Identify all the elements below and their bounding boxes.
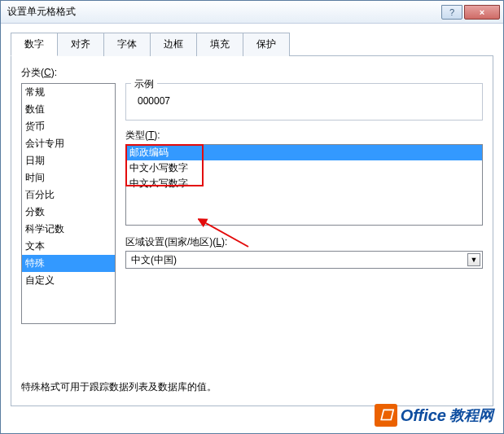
locale-label-suffix: ): — [221, 236, 227, 248]
description-text: 特殊格式可用于跟踪数据列表及数据库的值。 — [21, 380, 217, 394]
list-item[interactable]: 数值 — [22, 101, 115, 118]
watermark-brand: Office — [401, 406, 446, 425]
chevron-down-icon[interactable]: ▼ — [467, 253, 480, 266]
tab-font[interactable]: 字体 — [103, 33, 151, 56]
window-controls: ? × — [441, 5, 500, 20]
list-item[interactable]: 常规 — [22, 84, 115, 101]
content-row: 常规 数值 货币 会计专用 日期 时间 百分比 分数 科学记数 文本 特殊 自定… — [21, 83, 483, 324]
sample-group: 示例 000007 — [125, 83, 483, 121]
locale-label: 区域设置(国家/地区)(L): — [125, 235, 483, 249]
list-item[interactable]: 科学记数 — [22, 221, 115, 238]
locale-label-prefix: 区域设置(国家/地区)( — [125, 236, 216, 248]
type-label-suffix: ): — [154, 129, 160, 141]
tab-panel: 分类(C): 常规 数值 货币 会计专用 日期 时间 百分比 分数 科学记数 文… — [11, 56, 493, 406]
category-label-key: C — [44, 67, 51, 78]
help-button[interactable]: ? — [441, 5, 462, 20]
list-item-selected[interactable]: 特殊 — [22, 255, 115, 272]
category-label-suffix: ): — [51, 67, 57, 78]
client-area: 数字 对齐 字体 边框 填充 保护 分类(C): 常规 数值 货币 会计专用 日… — [1, 24, 503, 433]
type-item-selected[interactable]: 邮政编码 — [126, 145, 482, 160]
list-item[interactable]: 百分比 — [22, 186, 115, 204]
locale-value: 中文(中国) — [131, 253, 177, 267]
tab-alignment[interactable]: 对齐 — [57, 33, 104, 56]
tab-fill[interactable]: 填充 — [196, 33, 243, 56]
list-item[interactable]: 分数 — [22, 204, 115, 221]
type-label: 类型(T): — [125, 129, 483, 142]
tab-protection[interactable]: 保护 — [243, 33, 290, 56]
type-label-prefix: 类型( — [125, 129, 148, 141]
window-title: 设置单元格格式 — [7, 5, 441, 19]
watermark: ☐ Office教程网 — [375, 404, 493, 427]
list-item[interactable]: 会计专用 — [22, 135, 115, 152]
dialog-window: 设置单元格格式 ? × 数字 对齐 字体 边框 填充 保护 分类(C): 常规 … — [0, 0, 504, 434]
tab-border[interactable]: 边框 — [150, 33, 197, 56]
category-listbox[interactable]: 常规 数值 货币 会计专用 日期 时间 百分比 分数 科学记数 文本 特殊 自定… — [21, 83, 116, 324]
list-item[interactable]: 时间 — [22, 169, 115, 186]
right-column: 示例 000007 类型(T): 邮政编码 中文小写数字 中文大写数字 区域设置… — [125, 83, 483, 269]
category-label-prefix: 分类( — [21, 67, 44, 78]
tabstrip: 数字 对齐 字体 边框 填充 保护 — [11, 32, 493, 56]
watermark-sub: 教程网 — [449, 406, 493, 425]
tab-number[interactable]: 数字 — [11, 33, 58, 56]
titlebar: 设置单元格格式 ? × — [1, 1, 503, 24]
category-label: 分类(C): — [21, 66, 483, 80]
close-button[interactable]: × — [464, 5, 500, 20]
locale-combobox[interactable]: 中文(中国) ▼ — [125, 251, 483, 269]
locale-label-key: L — [216, 236, 221, 248]
list-item[interactable]: 文本 — [22, 238, 115, 255]
type-listbox[interactable]: 邮政编码 中文小写数字 中文大写数字 — [125, 144, 483, 226]
list-item[interactable]: 自定义 — [22, 272, 115, 289]
sample-label: 示例 — [131, 77, 157, 91]
type-item[interactable]: 中文大写数字 — [126, 176, 482, 191]
list-item[interactable]: 日期 — [22, 152, 115, 169]
office-icon: ☐ — [375, 404, 397, 427]
sample-value: 000007 — [133, 95, 476, 107]
list-item[interactable]: 货币 — [22, 118, 115, 135]
type-item[interactable]: 中文小写数字 — [126, 160, 482, 176]
